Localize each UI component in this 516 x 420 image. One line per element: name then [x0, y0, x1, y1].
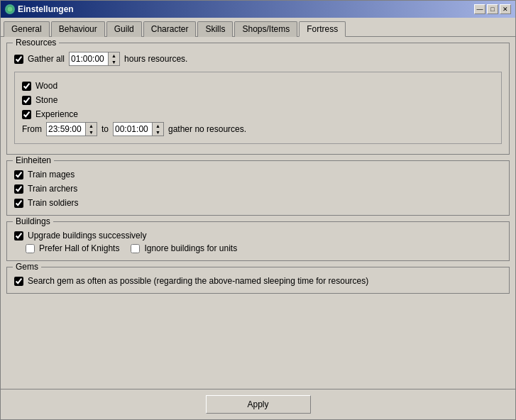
gather-time-up[interactable]: ▲: [109, 52, 119, 59]
to-time-up[interactable]: ▲: [153, 123, 163, 129]
buildings-group: Buildings Upgrade buildings successively…: [6, 221, 510, 261]
tab-behaviour[interactable]: Behaviour: [51, 21, 105, 37]
gems-label: Gems: [13, 262, 41, 272]
train-soldiers-checkbox[interactable]: [14, 199, 23, 208]
search-gem-label: Search gem as often as possible (regardi…: [28, 276, 368, 286]
from-label: From: [22, 124, 42, 134]
title-bar: Einstellungen — □ ✕: [1, 1, 515, 18]
to-time-down[interactable]: ▼: [153, 129, 163, 136]
tab-guild[interactable]: Guild: [106, 21, 142, 37]
tab-bar: General Behaviour Guild Character Skills…: [1, 18, 515, 37]
einheiten-label: Einheiten: [13, 155, 54, 165]
train-mages-checkbox[interactable]: [14, 170, 23, 179]
title-bar-left: Einstellungen: [5, 4, 74, 14]
search-gem-row: Search gem as often as possible (regardi…: [14, 276, 502, 286]
buildings-sub-options: Prefer Hall of Knights Ignore buildings …: [26, 243, 502, 253]
from-time-input[interactable]: ▲ ▼: [46, 122, 97, 136]
to-time-input[interactable]: ▲ ▼: [113, 122, 164, 136]
tab-general[interactable]: General: [4, 21, 50, 37]
main-content: Resources Gather all ▲ ▼ hours resources…: [1, 37, 515, 389]
from-time-up[interactable]: ▲: [86, 123, 97, 129]
gather-all-row: Gather all ▲ ▼ hours resources.: [14, 52, 502, 66]
train-archers-label: Train archers: [28, 184, 77, 194]
search-gem-checkbox[interactable]: [14, 277, 23, 286]
stone-label: Stone: [35, 95, 57, 105]
time-range-row: From ▲ ▼ to ▲ ▼: [22, 122, 494, 136]
apply-button[interactable]: Apply: [206, 395, 311, 414]
gather-time-field[interactable]: [70, 52, 108, 65]
ignore-buildings-checkbox[interactable]: [131, 244, 140, 253]
apply-bar: Apply: [1, 389, 515, 419]
upgrade-row: Upgrade buildings successively: [14, 231, 502, 241]
from-time-field[interactable]: [47, 123, 85, 136]
tab-skills[interactable]: Skills: [197, 21, 233, 37]
train-soldiers-label: Train soldiers: [28, 198, 79, 208]
train-soldiers-row: Train soldiers: [14, 198, 502, 208]
wood-checkbox[interactable]: [22, 82, 31, 91]
app-icon: [5, 4, 15, 14]
tab-fortress[interactable]: Fortress: [299, 21, 346, 37]
train-mages-row: Train mages: [14, 170, 502, 179]
wood-label: Wood: [35, 81, 57, 91]
from-time-down[interactable]: ▼: [86, 129, 97, 136]
experience-label: Experience: [35, 109, 78, 119]
gather-all-label: Gather all: [28, 54, 65, 64]
prefer-hall-label: Prefer Hall of Knights: [39, 243, 119, 253]
wood-row: Wood: [22, 81, 494, 91]
gather-all-checkbox[interactable]: [14, 55, 23, 64]
ignore-buildings-label: Ignore buildings for units: [144, 243, 237, 253]
to-time-spin: ▲ ▼: [152, 123, 163, 136]
upgrade-checkbox[interactable]: [14, 231, 23, 241]
train-archers-row: Train archers: [14, 184, 502, 194]
stone-checkbox[interactable]: [22, 96, 31, 105]
experience-checkbox[interactable]: [22, 110, 31, 119]
prefer-hall-checkbox[interactable]: [26, 244, 35, 253]
tab-character[interactable]: Character: [143, 21, 197, 37]
to-label: to: [101, 124, 109, 134]
gather-hours-label: hours resources.: [124, 54, 187, 64]
gather-time-down[interactable]: ▼: [109, 59, 119, 65]
experience-row: Experience: [22, 109, 494, 119]
main-window: Einstellungen — □ ✕ General Behaviour Gu…: [0, 0, 516, 420]
resources-group: Resources Gather all ▲ ▼ hours resources…: [6, 43, 510, 155]
upgrade-label: Upgrade buildings successively: [28, 231, 146, 241]
stone-row: Stone: [22, 95, 494, 105]
maximize-button[interactable]: □: [487, 4, 498, 14]
resources-label: Resources: [13, 38, 59, 48]
from-time-spin: ▲ ▼: [85, 123, 97, 136]
train-archers-checkbox[interactable]: [14, 184, 23, 194]
minimize-button[interactable]: —: [474, 4, 485, 14]
svg-point-0: [7, 6, 13, 12]
window-title: Einstellungen: [18, 4, 74, 14]
close-button[interactable]: ✕: [500, 4, 511, 14]
to-time-field[interactable]: [114, 123, 152, 136]
train-mages-label: Train mages: [28, 170, 75, 179]
resource-types-group: Wood Stone Experience From ▲: [14, 72, 502, 144]
tab-shops-items[interactable]: Shops/Items: [234, 21, 297, 37]
title-buttons: — □ ✕: [474, 4, 511, 14]
gather-time-spin: ▲ ▼: [108, 52, 119, 65]
gather-no-label: gather no resources.: [168, 124, 246, 134]
gems-group: Gems Search gem as often as possible (re…: [6, 267, 510, 294]
einheiten-group: Einheiten Train mages Train archers Trai…: [6, 160, 510, 216]
gather-time-input[interactable]: ▲ ▼: [69, 52, 120, 66]
buildings-label: Buildings: [13, 216, 53, 226]
